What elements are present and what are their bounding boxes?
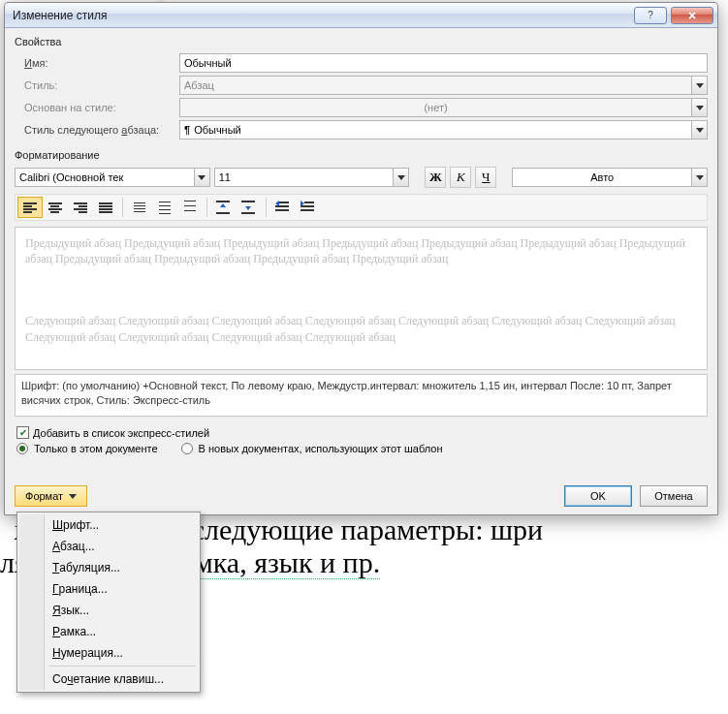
- menu-item-numbering[interactable]: Нумерация...: [19, 642, 198, 664]
- dialog-title: Изменение стиля: [5, 9, 634, 22]
- align-left-button[interactable]: [17, 197, 43, 218]
- help-icon: ?: [648, 10, 653, 20]
- style-type-combo: Абзац: [179, 76, 708, 95]
- decrease-indent-button[interactable]: [270, 197, 296, 218]
- separator: [266, 198, 267, 217]
- add-to-quick-styles-checkbox[interactable]: ✔: [16, 426, 29, 439]
- separator: [206, 198, 207, 217]
- next-style-label: Стиль следующего абзаца:: [15, 124, 179, 136]
- format-dropdown-menu: Шрифт... Абзац... Табуляция... Граница..…: [16, 512, 201, 693]
- menu-item-paragraph[interactable]: Абзац...: [19, 536, 198, 557]
- new-documents-radio[interactable]: [181, 443, 193, 454]
- preview-next-text: Следующий абзац Следующий абзац Следующи…: [25, 313, 697, 344]
- increase-indent-button[interactable]: [296, 197, 321, 218]
- menu-item-tabs[interactable]: Табуляция...: [19, 557, 198, 578]
- chevron-down-icon: [691, 121, 707, 139]
- chevron-down-icon: [69, 494, 77, 499]
- ok-button[interactable]: OK: [564, 485, 632, 507]
- menu-separator: [48, 666, 196, 667]
- space-before-inc-button[interactable]: [211, 197, 237, 218]
- style-type-label: Стиль:: [15, 79, 179, 91]
- line-spacing-15-button[interactable]: [152, 197, 177, 218]
- only-this-document-radio[interactable]: [16, 443, 28, 454]
- chevron-down-icon: [691, 77, 707, 94]
- style-description: Шрифт: (по умолчанию) +Основной текст, П…: [15, 374, 708, 417]
- chevron-down-icon: [691, 99, 707, 116]
- based-on-combo: (нет): [179, 98, 708, 117]
- chevron-down-icon: [194, 169, 209, 186]
- close-icon: ×: [688, 8, 696, 23]
- help-button[interactable]: ?: [634, 7, 667, 24]
- preview-prev-text: Предыдущий абзац Предыдущий абзац Предыд…: [25, 235, 697, 266]
- close-button[interactable]: ×: [671, 7, 713, 24]
- formatting-group-label: Форматирование: [15, 149, 708, 161]
- add-to-quick-styles-label: Добавить в список экспресс-стилей: [33, 427, 209, 439]
- name-label: Имя:: [15, 57, 179, 69]
- bold-button[interactable]: Ж: [425, 167, 446, 188]
- menu-item-font[interactable]: Шрифт...: [19, 514, 198, 536]
- menu-item-shortcut[interactable]: Сочетание клавиш...: [19, 668, 198, 690]
- chevron-down-icon: [691, 169, 707, 186]
- paragraph-toolbar: [15, 194, 708, 221]
- next-style-combo[interactable]: ¶Обычный: [179, 120, 708, 140]
- align-right-button[interactable]: [68, 197, 93, 218]
- font-color-combo[interactable]: Авто: [512, 168, 708, 187]
- modify-style-dialog: Изменение стиля ? × Свойства Имя: Стиль:…: [4, 2, 718, 515]
- preview-panel: Предыдущий абзац Предыдущий абзац Предыд…: [15, 227, 708, 370]
- properties-group-label: Свойства: [15, 36, 708, 47]
- based-on-label: Основан на стиле:: [15, 102, 179, 113]
- line-spacing-10-button[interactable]: [127, 197, 152, 218]
- menu-item-border[interactable]: Граница...: [19, 578, 198, 600]
- menu-item-language[interactable]: Язык...: [19, 600, 198, 621]
- titlebar: Изменение стиля ? ×: [5, 3, 717, 28]
- new-documents-label: В новых документах, использующих этот ша…: [199, 443, 443, 454]
- cancel-button[interactable]: Отмена: [640, 485, 708, 507]
- space-before-dec-button[interactable]: [237, 197, 262, 218]
- font-family-combo[interactable]: Calibri (Основной тек: [15, 168, 210, 187]
- underline-button[interactable]: Ч: [475, 167, 496, 188]
- name-input[interactable]: [179, 53, 708, 73]
- font-size-combo[interactable]: 11: [214, 168, 410, 187]
- align-justify-button[interactable]: [93, 197, 118, 218]
- menu-item-frame[interactable]: Рамка...: [19, 621, 198, 642]
- chevron-down-icon: [393, 169, 408, 186]
- format-dropdown-button[interactable]: Формат: [15, 485, 87, 507]
- only-this-document-label: Только в этом документе: [34, 443, 158, 454]
- line-spacing-20-button[interactable]: [177, 197, 203, 218]
- align-center-button[interactable]: [43, 197, 68, 218]
- italic-button[interactable]: К: [450, 167, 471, 188]
- separator: [122, 198, 123, 217]
